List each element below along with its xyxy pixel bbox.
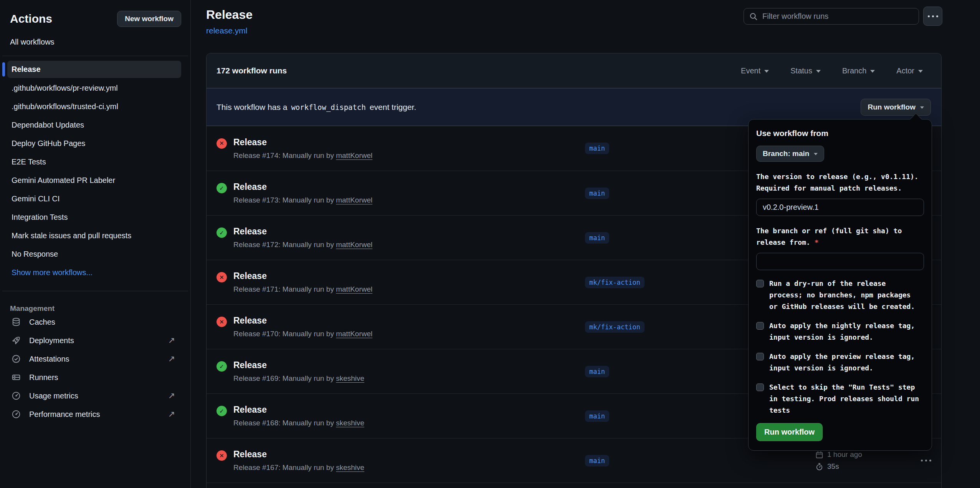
skip-tests-checkbox[interactable] xyxy=(756,383,764,391)
kebab-icon xyxy=(928,15,938,17)
actor-link[interactable]: mattKorwel xyxy=(336,151,372,159)
external-link-icon xyxy=(168,354,175,364)
sidebar-item-gemini-pr-labeler[interactable]: Gemini Automated PR Labeler xyxy=(0,171,190,189)
sidebar-item-all-workflows[interactable]: All workflows xyxy=(0,38,190,46)
run-title-link[interactable]: Release xyxy=(233,182,372,192)
mgmt-item-label: Caches xyxy=(29,318,175,327)
sidebar-item-performance-metrics[interactable]: Performance metrics xyxy=(0,405,190,423)
dry-run-checkbox[interactable] xyxy=(756,280,764,287)
branch-chip[interactable]: main xyxy=(585,410,609,422)
sidebar-item-dependabot-updates[interactable]: Dependabot Updates xyxy=(0,116,190,134)
management-list: Caches Deployments Attestations Runners … xyxy=(0,313,190,423)
sidebar-item-usage-metrics[interactable]: Usage metrics xyxy=(0,387,190,405)
status-success-icon xyxy=(216,406,227,416)
run-description: Release #168: Manually run by skeshive xyxy=(233,419,364,427)
external-link-icon xyxy=(168,409,175,419)
sidebar-item-deployments[interactable]: Deployments xyxy=(0,331,190,350)
sidebar-item-pr-review[interactable]: .github/workflows/pr-review.yml xyxy=(0,79,190,97)
branch-chip[interactable]: main xyxy=(585,143,609,154)
actor-link[interactable]: mattKorwel xyxy=(336,330,372,338)
filter-branch[interactable]: Branch xyxy=(842,66,875,75)
status-success-icon xyxy=(216,227,227,238)
nightly-tag-option: Auto apply the nightly release tag, inpu… xyxy=(756,320,924,343)
filter-runs-search[interactable] xyxy=(744,8,919,25)
sidebar-item-no-response[interactable]: No Response xyxy=(0,245,190,263)
mgmt-item-label: Performance metrics xyxy=(29,410,160,419)
run-description: Release #171: Manually run by mattKorwel xyxy=(233,285,372,294)
checkbox-label[interactable]: Auto apply the preview release tag, inpu… xyxy=(769,351,921,374)
run-description: Release #170: Manually run by mattKorwel xyxy=(233,330,372,338)
required-asterisk: * xyxy=(815,238,819,246)
chevron-down-icon xyxy=(764,70,769,73)
kebab-icon xyxy=(921,460,931,461)
branch-chip[interactable]: main xyxy=(585,232,609,244)
rocket-icon xyxy=(12,336,21,345)
dialog-heading: Use workflow from xyxy=(756,129,924,138)
branch-chip[interactable]: mk/fix-action xyxy=(585,321,645,333)
status-success-icon xyxy=(216,183,227,193)
version-input[interactable] xyxy=(756,199,924,216)
actor-link[interactable]: mattKorwel xyxy=(336,285,372,293)
show-more-workflows-link[interactable]: Show more workflows... xyxy=(0,263,190,282)
sidebar-item-trusted-ci[interactable]: .github/workflows/trusted-ci.yml xyxy=(0,97,190,116)
nightly-tag-checkbox[interactable] xyxy=(756,322,764,330)
run-title-link[interactable]: Release xyxy=(233,271,372,281)
run-title-link[interactable]: Release xyxy=(233,137,372,148)
preview-tag-option: Auto apply the preview release tag, inpu… xyxy=(756,351,924,374)
branch-chip[interactable]: main xyxy=(585,188,609,199)
run-title-link[interactable]: Release xyxy=(233,315,372,326)
sidebar-item-release[interactable]: Release xyxy=(7,61,181,78)
checkbox-label[interactable]: Run a dry-run of the release process; no… xyxy=(769,278,921,312)
checkbox-label[interactable]: Auto apply the nightly release tag, inpu… xyxy=(769,320,921,343)
stopwatch-icon xyxy=(815,463,823,471)
verified-icon xyxy=(12,354,21,364)
branch-chip[interactable]: main xyxy=(585,455,609,466)
ref-input[interactable] xyxy=(756,253,924,270)
run-title-link[interactable]: Release xyxy=(233,226,372,237)
checkbox-label[interactable]: Select to skip the "Run Tests" step in t… xyxy=(769,382,921,416)
search-icon xyxy=(749,12,758,21)
run-workflow-dropdown-button[interactable]: Run workflow xyxy=(861,99,931,116)
calendar-icon xyxy=(815,451,823,459)
sidebar-item-runners[interactable]: Runners xyxy=(0,368,190,387)
run-title-link[interactable]: Release xyxy=(233,449,364,460)
sidebar-item-integration-tests[interactable]: Integration Tests xyxy=(0,208,190,226)
sidebar-item-gemini-cli-ci[interactable]: Gemini CLI CI xyxy=(0,189,190,208)
mgmt-item-label: Usage metrics xyxy=(29,392,160,400)
run-count-label: 172 workflow runs xyxy=(216,66,287,75)
new-workflow-button[interactable]: New workflow xyxy=(117,11,181,27)
mgmt-item-label: Attestations xyxy=(29,355,160,364)
workflow-options-button[interactable] xyxy=(923,7,942,26)
sidebar-item-deploy-github-pages[interactable]: Deploy GitHub Pages xyxy=(0,134,190,153)
filter-event[interactable]: Event xyxy=(741,66,769,75)
run-title-link[interactable]: Release xyxy=(233,405,364,415)
actor-link[interactable]: skeshive xyxy=(336,374,364,382)
actor-link[interactable]: skeshive xyxy=(336,419,364,427)
actor-link[interactable]: mattKorwel xyxy=(336,196,372,204)
selected-accent-bar xyxy=(2,62,5,76)
sidebar-item-attestations[interactable]: Attestations xyxy=(0,350,190,368)
actor-link[interactable]: skeshive xyxy=(336,463,364,471)
actor-link[interactable]: mattKorwel xyxy=(336,241,372,249)
run-workflow-submit-button[interactable]: Run workflow xyxy=(756,423,823,441)
chevron-down-icon xyxy=(918,70,923,73)
sidebar-item-label: Release xyxy=(12,65,41,74)
sidebar-item-e2e-tests[interactable]: E2E Tests xyxy=(0,153,190,171)
branch-chip[interactable]: mk/fix-action xyxy=(585,277,645,288)
management-section-label: Management xyxy=(0,304,190,313)
sidebar-item-caches[interactable]: Caches xyxy=(0,313,190,331)
run-description: Release #169: Manually run by skeshive xyxy=(233,374,364,383)
sidebar-item-mark-stale[interactable]: Mark stale issues and pull requests xyxy=(0,226,190,245)
external-link-icon xyxy=(168,391,175,401)
dry-run-option: Run a dry-run of the release process; no… xyxy=(756,278,924,312)
branch-selector-button[interactable]: Branch: main xyxy=(756,146,824,162)
search-input[interactable] xyxy=(762,12,913,21)
workflow-file-link[interactable]: release.yml xyxy=(206,26,247,35)
run-options-button[interactable] xyxy=(916,460,931,461)
filter-actor[interactable]: Actor xyxy=(896,66,923,75)
run-title-link[interactable]: Release xyxy=(233,360,364,370)
ref-input-description: The branch or ref (full git sha) to rele… xyxy=(756,225,924,248)
branch-chip[interactable]: main xyxy=(585,366,609,377)
filter-status[interactable]: Status xyxy=(790,66,821,75)
preview-tag-checkbox[interactable] xyxy=(756,353,764,360)
